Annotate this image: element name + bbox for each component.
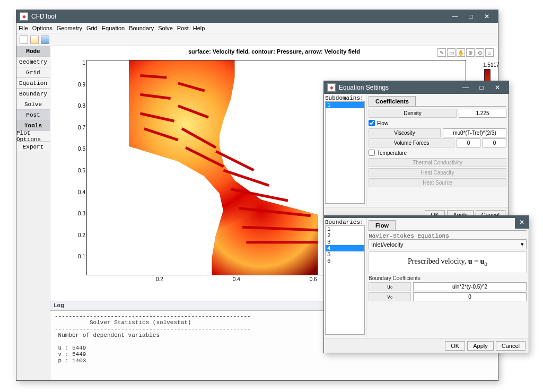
menu-options[interactable]: Options	[32, 25, 52, 31]
mode-post[interactable]: Post	[16, 110, 50, 120]
colorbar-max: 1.5117	[483, 62, 491, 68]
menu-post[interactable]: Post	[177, 25, 189, 31]
heat-source-label: Heat Source	[369, 178, 506, 187]
mode-sidebar: Mode Geometry Grid Equation Boundary Sol…	[16, 46, 50, 380]
mode-grid[interactable]: Grid	[16, 67, 50, 78]
plot-title: surface: Velocity field, contour: Pressu…	[50, 48, 498, 55]
flow-checkbox[interactable]	[369, 120, 375, 126]
select-icon[interactable]: ▭	[447, 48, 456, 57]
heat-capacity-label: Heat Capacity	[369, 168, 506, 177]
flow-label: Flow	[377, 120, 388, 126]
minimize-button[interactable]: —	[447, 11, 463, 22]
menu-geometry[interactable]: Geometry	[57, 25, 82, 31]
viscosity-label: Viscosity	[369, 128, 441, 137]
boundary-settings-dialog: ✕ Boundaries: 1 2 3 4 5 6 Flow Navier-St…	[323, 215, 529, 353]
app-title: CFDTool	[31, 13, 447, 20]
menu-grid[interactable]: Grid	[86, 25, 98, 31]
velocity-surface	[129, 60, 318, 275]
menu-solve[interactable]: Solve	[158, 25, 173, 31]
boundary-item[interactable]: 6	[326, 258, 364, 264]
y-ticks: 10.9 0.80.7 0.60.5 0.40.3 0.20.1	[72, 60, 85, 275]
temperature-label: Temperature	[377, 150, 407, 156]
boundary-item[interactable]: 3	[326, 239, 364, 245]
bnd-close-button[interactable]: ✕	[515, 216, 529, 229]
volume-forces-label: Volume Forces	[369, 138, 454, 147]
svg-line-6	[181, 129, 215, 148]
contour-overlay	[129, 60, 318, 250]
svg-line-0	[140, 76, 167, 78]
svg-line-4	[178, 83, 204, 91]
ns-equations-label: Navier-Stokes Equations	[369, 233, 527, 239]
close-button[interactable]: ✕	[479, 11, 495, 22]
zoom-out-icon[interactable]: ⊖	[476, 48, 484, 57]
new-icon[interactable]	[20, 36, 28, 44]
svg-line-5	[178, 106, 208, 117]
tool-export[interactable]: Export	[16, 142, 50, 152]
v0-input[interactable]: 0	[413, 292, 527, 301]
mode-header: Mode	[16, 46, 50, 57]
svg-line-9	[223, 170, 269, 186]
u0-input[interactable]: uin*2*(y-0.5)^2	[413, 282, 527, 291]
app-icon: ◆	[327, 83, 336, 92]
pan-icon[interactable]: ✋	[457, 48, 465, 57]
eq-minimize-button[interactable]: —	[458, 82, 474, 93]
mode-boundary[interactable]: Boundary	[16, 89, 50, 99]
svg-line-10	[231, 189, 287, 201]
mode-geometry[interactable]: Geometry	[16, 57, 50, 67]
eq-titlebar[interactable]: ◆ Equation Settings — □ ✕	[324, 81, 509, 94]
temperature-checkbox[interactable]	[369, 150, 375, 156]
svg-line-2	[140, 114, 174, 121]
prescribed-velocity-equation: Prescribed velocity, u = uo	[369, 251, 527, 273]
main-titlebar[interactable]: ◆ CFDTool — □ ✕	[16, 10, 498, 23]
eq-title: Equation Settings	[339, 84, 458, 91]
boundary-coefficients-label: Boundary Coefficients	[369, 275, 527, 281]
boundary-item[interactable]: 2	[326, 232, 364, 239]
density-input[interactable]: 1.225	[459, 109, 506, 118]
zoom-in-icon[interactable]: ⊕	[466, 48, 475, 57]
svg-line-8	[216, 151, 253, 170]
eq-close-button[interactable]: ✕	[489, 82, 505, 93]
menu-file[interactable]: File	[19, 25, 28, 31]
plot-tools: ✎ ▭ ✋ ⊕ ⊖ ⌂	[437, 48, 494, 57]
boundary-item[interactable]: 1	[326, 226, 364, 232]
svg-line-1	[140, 94, 170, 98]
subdomain-item[interactable]: 1	[326, 102, 364, 108]
subdomain-list[interactable]: 1	[325, 101, 365, 204]
toolbar	[16, 33, 498, 46]
boundary-item[interactable]: 4	[326, 245, 364, 251]
subdomains-label: Subdomains:	[325, 95, 365, 101]
save-icon[interactable]	[41, 36, 49, 44]
boundaries-label: Boundaries:	[325, 219, 365, 225]
viscosity-input[interactable]: mu0*(T-Tref)^(2/3)	[443, 128, 506, 137]
equation-settings-dialog: ◆ Equation Settings — □ ✕ Subdomains: 1 …	[323, 81, 509, 222]
bnd-cancel-button[interactable]: Cancel	[496, 341, 526, 351]
mode-solve[interactable]: Solve	[16, 99, 50, 110]
svg-line-7	[186, 147, 223, 167]
svg-line-12	[242, 227, 318, 231]
v0-label: v₀	[369, 292, 411, 301]
bnd-apply-button[interactable]: Apply	[467, 341, 494, 351]
menu-equation[interactable]: Equation	[102, 25, 125, 31]
volume-force-y-input[interactable]: 0	[483, 138, 506, 147]
u0-label: u₀	[369, 282, 411, 291]
menu-help[interactable]: Help	[193, 25, 205, 31]
flow-tab[interactable]: Flow	[369, 220, 396, 230]
bnd-ok-button[interactable]: OK	[445, 341, 465, 351]
edit-icon[interactable]: ✎	[437, 48, 446, 57]
menu-boundary[interactable]: Boundary	[129, 25, 154, 31]
boundary-list[interactable]: 1 2 3 4 5 6	[325, 225, 365, 335]
bc-type-value: Inlet/velocity	[371, 241, 404, 248]
density-label: Density	[369, 109, 457, 118]
thermal-conductivity-label: Thermal Conductivity	[369, 158, 506, 167]
maximize-button[interactable]: □	[463, 11, 479, 22]
home-icon[interactable]: ⌂	[485, 48, 494, 57]
volume-force-x-input[interactable]: 0	[457, 138, 480, 147]
eq-maximize-button[interactable]: □	[474, 82, 489, 93]
coefficients-tab[interactable]: Coefficients	[369, 96, 416, 106]
mode-equation[interactable]: Equation	[16, 78, 50, 89]
tool-plot-options[interactable]: Plot Options	[16, 131, 50, 142]
bc-type-select[interactable]: Inlet/velocity ▾	[369, 239, 527, 249]
svg-line-3	[144, 129, 178, 140]
boundary-item[interactable]: 5	[326, 251, 364, 258]
open-icon[interactable]	[30, 36, 39, 44]
